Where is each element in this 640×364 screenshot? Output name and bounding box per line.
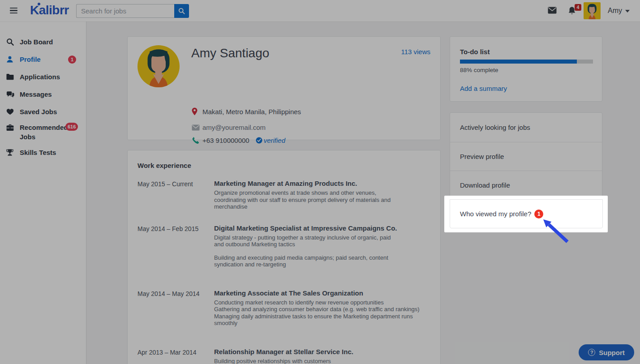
- dim-overlay[interactable]: [0, 0, 640, 364]
- tutorial-arrow-cursor: [537, 214, 573, 248]
- spotlight-who-viewed: Who viewed my profile? 1: [444, 196, 608, 232]
- menu-item-who-viewed-highlighted[interactable]: Who viewed my profile? 1: [450, 199, 603, 228]
